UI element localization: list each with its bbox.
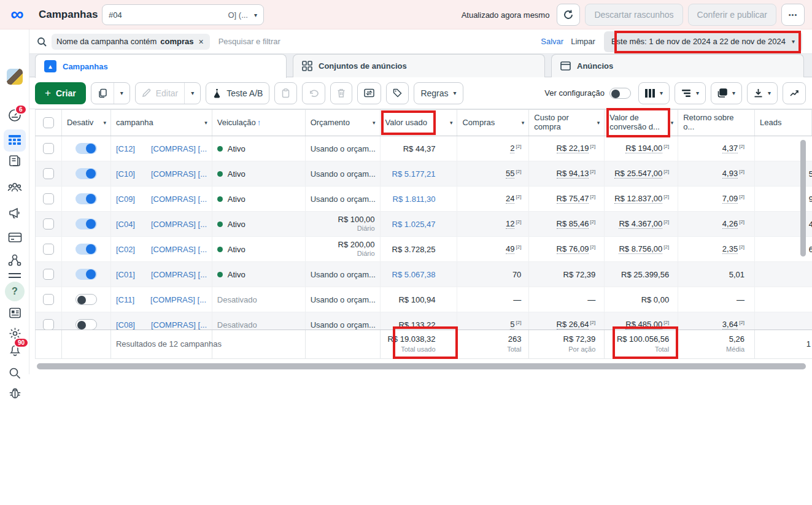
create-button[interactable]: + Criar (35, 82, 86, 104)
column-header-9[interactable]: Leads (755, 110, 812, 136)
tab-ads[interactable]: Anúncios (551, 54, 804, 77)
sidebar-item-promote[interactable] (0, 207, 29, 220)
column-header-6[interactable]: Custo por compra ▾ (529, 110, 605, 136)
filter-chip[interactable]: Nome da campanha contém compras × (52, 34, 210, 50)
delete-button[interactable] (331, 83, 352, 104)
campaign-toggle[interactable] (75, 244, 97, 255)
campaign-toggle[interactable] (75, 319, 97, 330)
row-checkbox[interactable] (43, 294, 54, 305)
column-menu-icon[interactable]: ▾ (204, 120, 207, 126)
row-checkbox[interactable] (43, 218, 54, 229)
sidebar-item-updates[interactable] (0, 307, 29, 319)
discard-drafts-button[interactable]: Descartar rascunhos (585, 4, 682, 26)
row-checkbox[interactable] (43, 143, 54, 154)
reports-button[interactable]: ▾ (711, 83, 741, 104)
edit-button[interactable]: Editar (136, 83, 185, 104)
edit-menu-button[interactable]: ▾ (184, 83, 200, 104)
sidebar-item-report-bug[interactable] (0, 387, 29, 399)
ab-test-button[interactable]: Teste A/B (206, 83, 269, 104)
vertical-scrollbar[interactable] (800, 140, 806, 256)
tab-ad-sets[interactable]: Conjuntos de anúncios (293, 54, 545, 77)
row-checkbox[interactable] (43, 319, 54, 330)
column-header-0[interactable]: Desativ ▾ (62, 110, 111, 136)
duplicate-menu-button[interactable]: ▾ (114, 83, 130, 104)
sidebar-item-pages[interactable] (0, 154, 29, 168)
duplicate-button[interactable] (91, 83, 114, 104)
column-menu-icon[interactable]: ▾ (373, 120, 376, 126)
search-input[interactable]: Pesquisar e filtrar (218, 37, 541, 46)
sidebar-item-ads-manager[interactable] (0, 134, 29, 147)
campaign-name-link[interactable]: [C01][COMPRAS] [... (116, 270, 207, 279)
column-menu-icon[interactable]: ▾ (522, 120, 525, 126)
view-setup-toggle[interactable] (609, 88, 631, 99)
tab-campaigns[interactable]: ▲ Campanhas (35, 54, 287, 78)
refresh-button[interactable] (557, 4, 580, 26)
save-filter-link[interactable]: Salvar (541, 37, 563, 46)
column-header-2[interactable]: Veiculação↑ (212, 110, 306, 136)
campaign-toggle[interactable] (75, 269, 97, 280)
campaign-name-link[interactable]: [C12][COMPRAS] [... (116, 144, 207, 153)
remove-filter-icon[interactable]: × (198, 37, 205, 47)
column-header-4[interactable]: Valor usado ▾ (381, 110, 458, 136)
status-dot-icon (217, 196, 223, 202)
account-selector[interactable]: #04 O] (... ▾ (102, 4, 264, 25)
row-checkbox[interactable] (43, 244, 54, 255)
row-checkbox[interactable] (43, 269, 54, 280)
tags-button[interactable] (387, 83, 408, 104)
campaign-name-link[interactable]: [C09][COMPRAS] [... (116, 195, 207, 204)
meta-logo-icon[interactable]: ∞ (7, 4, 28, 25)
campaign-name-link[interactable]: [C02][COMPRAS] [... (116, 245, 207, 254)
charts-button[interactable] (783, 83, 805, 104)
column-header-5[interactable]: Compras ▾ (457, 110, 529, 136)
column-header-7[interactable]: Valor de conversão d... ▾ (605, 110, 678, 136)
clear-filter-link[interactable]: Limpar (571, 37, 595, 46)
horizontal-scrollbar[interactable] (37, 363, 806, 369)
column-menu-icon[interactable]: ▾ (597, 120, 600, 126)
date-range-selector[interactable]: Este mês: 1 de nov de 2024 a 22 de nov d… (604, 31, 802, 52)
sidebar-item-help[interactable]: ? (0, 286, 29, 297)
campaign-toggle[interactable] (75, 294, 97, 305)
row-checkbox[interactable] (43, 193, 54, 204)
sidebar-item-billing[interactable] (0, 232, 29, 243)
more-options-button[interactable]: ••• (781, 4, 805, 26)
metric-value[interactable]: R$ 1.025,47 (392, 220, 436, 229)
campaign-name-link[interactable]: [C10][COMPRAS] [... (116, 169, 207, 179)
review-publish-button[interactable]: Conferir e publicar (688, 4, 776, 26)
campaign-toggle[interactable] (75, 218, 97, 229)
sidebar-item-search[interactable] (0, 367, 29, 379)
column-header-3[interactable]: Orçamento ▾ (306, 110, 381, 136)
pixel-connections-button[interactable] (358, 83, 381, 104)
column-menu-icon[interactable]: ▾ (103, 120, 106, 126)
footer-total-cell: R$ 72,39Por ação (529, 330, 605, 358)
campaign-name-link[interactable]: [C11][COMPRAS] [... (116, 295, 206, 304)
column-header-8[interactable]: Retorno sobre o... (678, 110, 755, 136)
conversion-value-cell: R$ 485,00[2] (605, 312, 678, 330)
campaign-name-link[interactable]: [C08][COMPRAS] [... (116, 320, 207, 330)
metric-value[interactable]: R$ 5.067,38 (392, 270, 436, 279)
metric-value[interactable]: R$ 1.811,30 (393, 195, 436, 204)
sidebar-item-audiences[interactable] (0, 181, 29, 193)
actions-toolbar: + Criar ▾ Editar ▾ (29, 77, 812, 109)
sidebar-item-account-avatar[interactable] (0, 69, 29, 85)
columns-button[interactable]: ▾ (639, 83, 669, 104)
campaign-toggle[interactable] (75, 168, 97, 179)
edit-label: Editar (156, 88, 179, 98)
campaign-name-link[interactable]: [C04][COMPRAS] [... (116, 220, 207, 229)
row-checkbox[interactable] (43, 168, 54, 179)
trash-icon (337, 88, 346, 98)
select-all-checkbox[interactable] (43, 117, 54, 128)
export-button[interactable]: ▾ (748, 83, 777, 104)
column-menu-icon[interactable]: ▾ (450, 120, 453, 126)
campaign-toggle[interactable] (75, 193, 97, 204)
undo-button[interactable] (303, 83, 325, 104)
help-icon: ? (12, 286, 18, 297)
clipboard-button[interactable] (275, 83, 296, 104)
breakdown-button[interactable]: ▾ (675, 83, 705, 104)
metric-value[interactable]: R$ 5.177,21 (392, 169, 436, 179)
rules-button[interactable]: Regras ▾ (414, 83, 462, 104)
sidebar-item-business-assets[interactable] (0, 253, 29, 267)
sidebar-item-all-tools[interactable] (0, 272, 29, 279)
campaign-toggle[interactable] (75, 143, 97, 154)
column-menu-icon[interactable]: ▾ (671, 120, 674, 126)
column-header-1[interactable]: campanha ▾ (111, 110, 212, 136)
